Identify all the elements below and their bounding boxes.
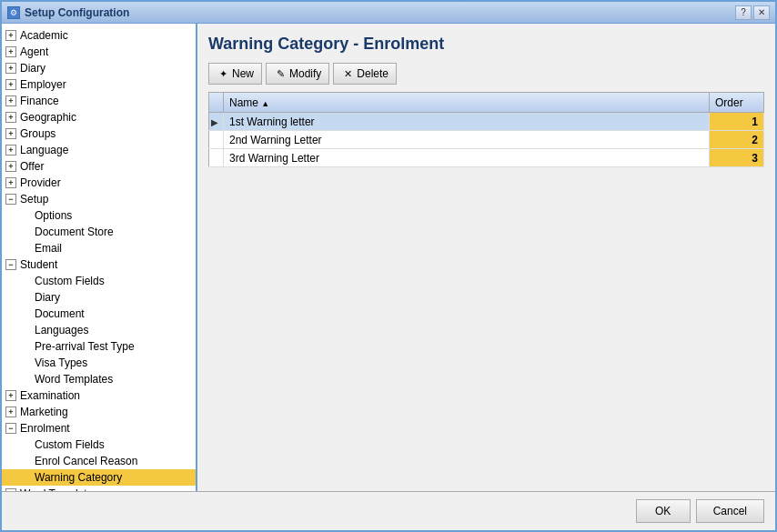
expander-agent[interactable]: + [4,45,18,59]
sidebar-item-enrolment[interactable]: − Enrolment [2,420,196,437]
sidebar-label-student-visatypes: Visa Types [33,356,87,369]
sidebar-label-student-diary: Diary [33,291,60,304]
right-panel: Warning Category - Enrolment ✦ New ✎ Mod… [197,24,775,491]
expander-geographic[interactable]: + [4,110,18,125]
expander-setup[interactable]: − [4,192,18,206]
expander-examination[interactable]: + [4,388,18,403]
close-button[interactable]: ✕ [753,5,770,20]
expander-language[interactable]: + [4,143,18,157]
th-order[interactable]: Order [710,93,764,113]
sidebar-item-provider[interactable]: + Provider [2,175,196,191]
setup-configuration-window: ⚙ Setup Configuration ? ✕ + Academic + A… [0,0,777,532]
help-button[interactable]: ? [735,5,752,20]
row-order-cell: 3 [710,149,764,167]
sidebar-label-examination: Examination [18,389,80,402]
sidebar-item-enrolment-warningcategory[interactable]: Warning Category [2,469,196,486]
sidebar-label-groups: Groups [18,127,56,140]
new-icon: ✦ [217,67,229,80]
sidebar-item-enrolment-customfields[interactable]: Custom Fields [2,437,196,453]
sidebar-label-provider: Provider [18,176,61,189]
th-name[interactable]: Name [224,93,710,113]
sidebar-item-student-prearrival[interactable]: Pre-arrival Test Type [2,338,196,355]
main-content: + Academic + Agent + Diary + Employer + … [2,24,775,491]
sidebar-label-student-document: Document [33,307,85,320]
sidebar-label-language: Language [18,144,68,156]
sidebar-item-student-visatypes[interactable]: Visa Types [2,355,196,371]
sidebar-label-student-languages: Languages [33,324,88,336]
sidebar-label-enrolment: Enrolment [18,422,70,435]
ok-button[interactable]: OK [636,499,691,523]
row-name-cell: 2nd Warning Letter [224,131,710,149]
sidebar-label-student-wordtemplates: Word Templates [33,373,113,386]
delete-button[interactable]: ✕ Delete [333,63,397,85]
expander-academic[interactable]: + [4,28,18,43]
sidebar-label-student-prearrival: Pre-arrival Test Type [33,340,135,353]
sidebar: + Academic + Agent + Diary + Employer + … [2,24,197,491]
expander-diary[interactable]: + [4,61,18,75]
sidebar-label-geographic: Geographic [18,111,76,124]
sidebar-item-groups[interactable]: + Groups [2,125,196,142]
sidebar-label-agent: Agent [18,45,48,58]
sidebar-label-marketing: Marketing [18,406,68,418]
sidebar-item-setup-docstore[interactable]: Document Store [2,224,196,240]
table-row[interactable]: ▶1st Warning letter1 [209,113,764,131]
sidebar-label-finance: Finance [18,95,59,107]
sidebar-label-enrolment-cancelreason: Enrol Cancel Reason [33,455,137,467]
sidebar-label-setup-email: Email [33,242,62,255]
sidebar-item-marketing[interactable]: + Marketing [2,404,196,420]
sidebar-item-student-customfields[interactable]: Custom Fields [2,273,196,289]
row-order-cell: 1 [710,113,764,131]
sidebar-item-enrolment-cancelreason[interactable]: Enrol Cancel Reason [2,453,196,469]
table-row[interactable]: 2nd Warning Letter2 [209,131,764,149]
window-icon: ⚙ [7,6,20,19]
table-row[interactable]: 3rd Warning Letter3 [209,149,764,167]
sidebar-item-diary[interactable]: + Diary [2,60,196,76]
expander-enrolment[interactable]: − [4,421,18,436]
sidebar-label-diary: Diary [18,62,45,75]
sidebar-item-agent[interactable]: + Agent [2,44,196,60]
sidebar-item-language[interactable]: + Language [2,142,196,158]
expander-marketing[interactable]: + [4,405,18,419]
sidebar-item-setup-options[interactable]: Options [2,207,196,224]
sidebar-label-academic: Academic [18,29,68,42]
sidebar-item-student-languages[interactable]: Languages [2,322,196,338]
row-arrow-cell: ▶ [209,113,224,131]
expander-provider[interactable]: + [4,176,18,190]
title-bar: ⚙ Setup Configuration ? ✕ [2,2,775,24]
sidebar-item-finance[interactable]: + Finance [2,93,196,109]
expander-employer[interactable]: + [4,77,18,92]
sidebar-item-student-diary[interactable]: Diary [2,289,196,306]
sidebar-label-student-customfields: Custom Fields [33,275,105,287]
sidebar-item-student-document[interactable]: Document [2,306,196,322]
cancel-button[interactable]: Cancel [696,499,764,523]
expander-finance[interactable]: + [4,94,18,108]
bottom-bar: OK Cancel [2,491,775,530]
sidebar-item-student[interactable]: − Student [2,256,196,273]
expander-offer[interactable]: + [4,159,18,174]
modify-button[interactable]: ✎ Modify [266,63,329,85]
sidebar-label-student: Student [18,258,57,271]
sidebar-item-academic[interactable]: + Academic [2,27,196,44]
sidebar-item-examination[interactable]: + Examination [2,387,196,404]
expander-groups[interactable]: + [4,126,18,141]
sidebar-label-offer: Offer [18,160,44,173]
sidebar-item-student-wordtemplates[interactable]: Word Templates [2,371,196,387]
sidebar-label-enrolment-customfields: Custom Fields [33,438,105,451]
sidebar-item-setup-email[interactable]: Email [2,240,196,256]
toolbar: ✦ New ✎ Modify ✕ Delete [208,63,764,85]
new-button[interactable]: ✦ New [208,63,262,85]
sidebar-item-offer[interactable]: + Offer [2,158,196,175]
expander-student[interactable]: − [4,257,18,272]
warning-category-table: Name Order ▶1st Warning letter12nd Warni… [208,92,764,167]
sidebar-label-setup-options: Options [33,209,72,222]
sidebar-label-setup: Setup [18,193,48,206]
modify-icon: ✎ [274,67,287,80]
window-title: Setup Configuration [25,6,129,19]
sidebar-item-setup[interactable]: − Setup [2,191,196,207]
row-order-cell: 2 [710,131,764,149]
th-arrow [209,93,224,113]
sidebar-label-setup-docstore: Document Store [33,226,114,238]
sidebar-item-employer[interactable]: + Employer [2,76,196,93]
delete-icon: ✕ [341,67,354,80]
sidebar-item-geographic[interactable]: + Geographic [2,109,196,125]
